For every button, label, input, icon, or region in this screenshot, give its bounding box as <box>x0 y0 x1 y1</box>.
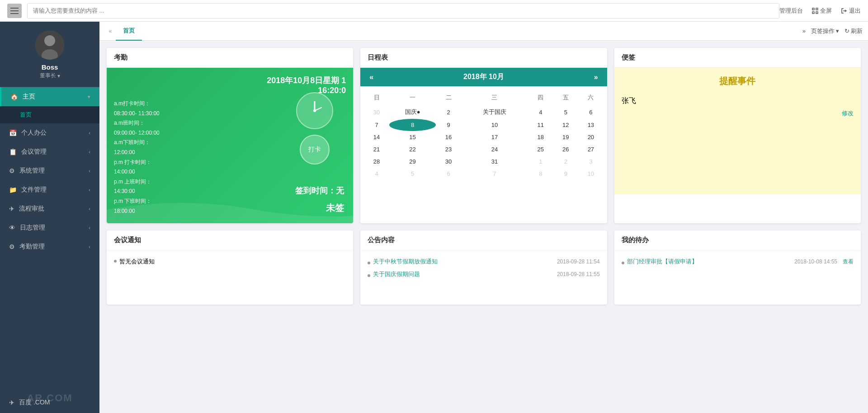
sidebar-item-home[interactable]: 🏠 主页 ▾ <box>0 87 99 106</box>
chevron-down-icon: ▾ <box>836 28 839 34</box>
calendar-day[interactable]: 2 <box>436 105 461 119</box>
workflow-icon: ✈ <box>9 205 14 212</box>
sidebar-item-label: 流程审批 <box>19 205 44 213</box>
sidebar-item-logs[interactable]: 👁 日志管理 ‹ <box>0 218 99 237</box>
calendar-day[interactable]: 28 <box>364 155 389 168</box>
announce-link-2[interactable]: 关于国庆假期问题 <box>373 270 420 278</box>
svg-point-6 <box>44 35 55 46</box>
sidebar-item-files[interactable]: 📁 文件管理 ‹ <box>0 180 99 199</box>
calendar-day[interactable]: 7 <box>461 168 528 180</box>
calendar-day[interactable]: 11 <box>528 119 553 131</box>
calendar-day[interactable]: 25 <box>528 143 553 155</box>
calendar-day[interactable]: 22 <box>389 143 436 155</box>
calendar-day[interactable]: 13 <box>578 119 604 131</box>
calendar-day[interactable]: 10 <box>578 168 604 180</box>
calendar-day[interactable]: 2 <box>553 155 579 168</box>
tab-next-button[interactable]: » <box>802 28 806 34</box>
calendar-day[interactable]: 4 <box>528 105 553 119</box>
calendar-day[interactable]: 6 <box>436 168 461 180</box>
calendar-day[interactable]: 6 <box>578 105 604 119</box>
svg-rect-0 <box>812 8 814 10</box>
tabbar-right-actions: » 页签操作 ▾ ↻ 刷新 <box>802 27 863 35</box>
punch-button[interactable]: 打卡 <box>300 135 330 164</box>
svg-point-11 <box>313 109 316 112</box>
tab-home[interactable]: 首页 <box>116 22 142 41</box>
fullscreen-button[interactable]: 全屏 <box>812 7 832 15</box>
announce-date-2: 2018-09-28 11:55 <box>557 271 600 277</box>
dashboard-top-row: 考勤 2018年10月8日星期 1 16:20:0 a.m打卡时间： 08:30… <box>107 48 861 223</box>
calendar-day[interactable]: 10 <box>461 119 528 131</box>
calendar-day[interactable]: 19 <box>553 131 579 143</box>
calendar-day[interactable]: 30 <box>364 105 389 119</box>
calendar-day[interactable]: 23 <box>436 143 461 155</box>
calendar-day[interactable]: 14 <box>364 131 389 143</box>
calendar-next-button[interactable]: » <box>594 73 598 81</box>
sidebar-item-personal[interactable]: 📅 个人办公 ‹ <box>0 123 99 142</box>
calendar-day[interactable]: 关于国庆 <box>461 105 528 119</box>
tasks-body: 部门经理审批【请假申请】 2018-10-08 14:55 查看 <box>614 250 861 305</box>
attendance-widget-title: 考勤 <box>107 48 353 68</box>
task-view-button-1[interactable]: 查看 <box>843 258 854 266</box>
calendar-day[interactable]: 26 <box>553 143 579 155</box>
sidebar-item-meeting[interactable]: 📋 会议管理 ‹ <box>0 142 99 161</box>
meeting-widget-title: 会议通知 <box>107 230 353 250</box>
no-meeting-notice: 暂无会议通知 <box>114 258 346 266</box>
calendar-day[interactable]: 7 <box>364 119 389 131</box>
calendar-day[interactable]: 27 <box>578 143 604 155</box>
avatar <box>35 31 64 60</box>
menu-toggle-button[interactable] <box>7 4 22 18</box>
task-item-1: 部门经理审批【请假申请】 2018-10-08 14:55 查看 <box>622 258 854 266</box>
calendar-day[interactable]: 18 <box>528 131 553 143</box>
calendar-day[interactable]: 29 <box>389 155 436 168</box>
bullet-icon <box>368 262 370 264</box>
expand-arrow-icon: ‹ <box>89 168 90 174</box>
tab-ops-button[interactable]: 页签操作 ▾ <box>811 27 839 35</box>
sidebar-item-system[interactable]: ⚙ 系统管理 ‹ <box>0 161 99 180</box>
calendar-day[interactable]: 12 <box>553 119 579 131</box>
calendar-day[interactable]: 8 <box>389 119 436 131</box>
sidebar-item-workflow[interactable]: ✈ 流程审批 ‹ <box>0 199 99 218</box>
calendar-day[interactable]: 4 <box>364 168 389 180</box>
sidebar-item-attendance[interactable]: ⚙ 考勤管理 ‹ <box>0 237 99 256</box>
calendar-day[interactable]: 15 <box>389 131 436 143</box>
user-name: Boss <box>42 63 58 71</box>
calendar-day[interactable]: 20 <box>578 131 604 143</box>
calendar-day[interactable]: 国庆● <box>389 105 436 119</box>
calendar-day[interactable]: 3 <box>578 155 604 168</box>
calendar-day[interactable]: 8 <box>528 168 553 180</box>
calendar-day[interactable]: 31 <box>461 155 528 168</box>
sidebar-item-baidu[interactable]: ✈ 百度 .COM <box>0 392 99 413</box>
sticky-inner-title: 提醒事件 <box>622 75 854 87</box>
calendar-day[interactable]: 24 <box>461 143 528 155</box>
calendar-day[interactable]: 5 <box>553 105 579 119</box>
calendar-prev-button[interactable]: « <box>369 73 373 81</box>
calendar-day[interactable]: 1 <box>528 155 553 168</box>
announce-link-1[interactable]: 关于中秋节假期放假通知 <box>373 258 438 266</box>
main-layout: Boss 董事长 ▾ 🏠 主页 ▾ 首页 📅 个 <box>0 22 868 413</box>
calendar-table: 日 一 二 三 四 五 六 30国庆●2关于国庆4567891 <box>364 90 603 180</box>
announce-body: 关于中秋节假期放假通知 2018-09-28 11:54 关于国庆假期问题 20… <box>360 250 607 305</box>
calendar-day[interactable]: 17 <box>461 131 528 143</box>
user-role[interactable]: 董事长 ▾ <box>40 72 60 80</box>
refresh-button[interactable]: ↻ 刷新 <box>844 27 863 35</box>
expand-arrow-icon: ‹ <box>89 130 90 136</box>
meeting-widget: 会议通知 暂无会议通知 <box>107 230 353 305</box>
calendar-day[interactable]: 30 <box>436 155 461 168</box>
sidebar-subitem-homepage[interactable]: 首页 <box>0 106 99 123</box>
sticky-edit-button[interactable]: 修改 <box>842 109 854 117</box>
tab-prev-button[interactable]: « <box>105 26 116 37</box>
admin-backend-button[interactable]: 管理后台 <box>779 7 803 15</box>
bullet-icon <box>368 274 370 277</box>
calendar-day[interactable]: 21 <box>364 143 389 155</box>
chevron-down-icon: ▾ <box>57 73 60 79</box>
logout-button[interactable]: 退出 <box>841 7 861 15</box>
expand-arrow-icon: ‹ <box>89 187 90 192</box>
sidebar-item-label: 日志管理 <box>20 224 45 232</box>
calendar-day[interactable]: 9 <box>436 119 461 131</box>
calendar-day[interactable]: 16 <box>436 131 461 143</box>
calendar-day[interactable]: 9 <box>553 168 579 180</box>
search-input[interactable] <box>27 3 779 19</box>
task-link-1[interactable]: 部门经理审批【请假申请】 <box>627 258 698 266</box>
sidebar-item-label: 文件管理 <box>21 186 47 194</box>
calendar-day[interactable]: 5 <box>389 168 436 180</box>
